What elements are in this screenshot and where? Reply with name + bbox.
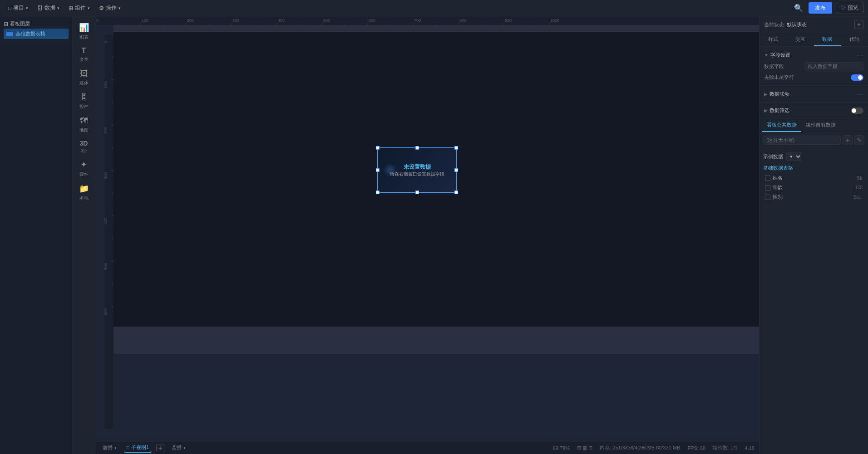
project-label: 项目 <box>13 4 24 12</box>
sidebar-item-kit[interactable]: ✦ 套件 <box>74 157 94 180</box>
tab-add-button[interactable]: + <box>156 444 164 452</box>
data-filter-toggle[interactable] <box>851 107 863 114</box>
checkbox-name[interactable] <box>765 176 770 181</box>
preview-label: 预览 <box>848 5 858 11</box>
data-tab-kanban[interactable]: 看板公共数据 <box>762 119 801 132</box>
checkbox-gender[interactable] <box>765 195 770 200</box>
data-source-select[interactable]: ▾ <box>786 152 802 161</box>
publish-button[interactable]: 发布 <box>809 2 832 14</box>
tab-prev[interactable]: 前景 ● <box>100 444 119 452</box>
trim-empty-row: 去除末尾空行 <box>764 72 863 83</box>
field-row-name: 姓名 Str <box>763 173 864 183</box>
data-source-link[interactable]: 基础数据表格 <box>763 165 793 171</box>
trim-empty-label: 去除末尾空行 <box>764 74 794 81</box>
data-linkage-header[interactable]: ▶ 数据联动 ··· <box>764 88 863 99</box>
operate-chevron: ▾ <box>118 6 121 10</box>
text-label: 文本 <box>79 56 89 63</box>
svg-text:1000: 1000 <box>550 18 559 23</box>
svg-text:600: 600 <box>104 308 108 315</box>
handle-tl[interactable] <box>376 146 380 150</box>
add-state-button[interactable]: + <box>854 20 863 29</box>
project-chevron: ▾ <box>26 6 28 10</box>
handle-tr[interactable] <box>454 146 458 150</box>
right-state-bar: 当前状态: 默认状态 + <box>760 16 868 33</box>
component-menu[interactable]: ⊞ 组件 ▾ <box>65 3 94 13</box>
sidebar-item-control[interactable]: 🎛 控件 <box>74 90 94 112</box>
topbar: □ 项目 ▾ 🗄 数据 ▾ ⊞ 组件 ▾ ⚙ 操作 ▾ 🔍 发布 ▷ 预览 <box>0 0 868 16</box>
data-source-link-row: 基础数据表格 <box>763 163 864 173</box>
local-icon: 📁 <box>79 184 89 194</box>
db-icon: 🗄 <box>37 5 43 11</box>
tab-back-label: 背景 <box>172 444 182 451</box>
field-settings-header: ▼ 字段设置 ··· <box>764 49 863 60</box>
field-gender-type: Su... <box>853 195 863 200</box>
tab-back[interactable]: 背景 ● <box>169 444 188 452</box>
handle-tc[interactable] <box>415 146 419 150</box>
svg-text:900: 900 <box>505 18 512 23</box>
trim-empty-toggle[interactable] <box>851 74 863 81</box>
handle-bc[interactable] <box>415 190 419 194</box>
sidebar-item-3d[interactable]: 3D 3D <box>74 137 94 156</box>
data-source-tabs: 看板公共数据 组件自有数据 <box>760 119 868 132</box>
data-linkage-section: ▶ 数据联动 ··· <box>760 86 868 103</box>
sidebar-item-local[interactable]: 📁 本地 <box>74 181 94 204</box>
icon-sidebar: 📊 图表 T 文本 🖼 媒体 🎛 控件 🗺 地图 3D 3D ✦ 套件 📁 <box>73 16 95 454</box>
data-field-input[interactable] <box>804 62 863 70</box>
right-tabs: 样式 交互 数据 代码 <box>760 33 868 47</box>
tab-data[interactable]: 数据 <box>814 33 841 46</box>
version-info: 4.18 <box>745 445 755 451</box>
data-menu[interactable]: 🗄 数据 ▾ <box>34 3 63 13</box>
svg-text:400: 400 <box>104 218 108 225</box>
layers-section: ⊟ 看板图层 基础数据表格 <box>0 16 72 42</box>
handle-bl[interactable] <box>376 190 380 194</box>
canvas-main[interactable]: 未设置数据 请在右侧窗口设置数据字段 <box>113 32 759 327</box>
data-search-input[interactable] <box>763 136 841 145</box>
data-linkage-menu[interactable]: ··· <box>857 90 863 98</box>
data-add-button[interactable]: + <box>843 135 853 145</box>
chart-label: 图表 <box>79 34 89 40</box>
svg-text:400: 400 <box>278 18 285 23</box>
field-age-type: 123 <box>855 185 863 190</box>
tab-child[interactable]: □ 子视图1 <box>124 443 152 453</box>
component-chevron: ▾ <box>88 6 90 10</box>
data-linkage-title: ▶ 数据联动 <box>764 91 789 98</box>
operate-menu[interactable]: ⚙ 操作 ▾ <box>95 3 124 13</box>
sidebar-item-map[interactable]: 🗺 地图 <box>74 113 94 136</box>
local-label: 本地 <box>79 195 89 201</box>
ruler-left: 0 100 200 300 400 500 600 <box>104 34 113 429</box>
tab-style[interactable]: 样式 <box>760 33 787 46</box>
svg-rect-33 <box>104 34 113 429</box>
layer-item-basic[interactable]: 基础数据表格 <box>4 29 69 39</box>
field-name-type: Str <box>857 176 863 181</box>
svg-rect-0 <box>95 16 759 25</box>
handle-ml[interactable] <box>376 168 380 172</box>
map-icon: 🗺 <box>80 116 88 126</box>
sidebar-item-chart[interactable]: 📊 图表 <box>74 20 94 43</box>
data-edit-button[interactable]: ✎ <box>854 135 864 145</box>
data-tab-component[interactable]: 组件自有数据 <box>801 119 840 132</box>
ruler-top-svg: 0 100 200 300 400 500 600 <box>95 16 759 25</box>
tab-interact[interactable]: 交互 <box>787 33 814 46</box>
state-display: 当前状态: 默认状态 <box>764 21 807 28</box>
data-filter-section: ▶ 数据筛选 <box>760 103 868 119</box>
canvas-content[interactable]: 0 100 200 300 400 500 600 <box>104 25 759 441</box>
3d-icon: 3D <box>80 140 88 147</box>
layer-icon-grid <box>6 32 13 36</box>
tab-back-dot: ● <box>183 446 186 450</box>
sidebar-item-text[interactable]: T 文本 <box>74 44 94 65</box>
preview-button[interactable]: ▷ 预览 <box>836 2 863 14</box>
tab-code[interactable]: 代码 <box>841 33 868 46</box>
left-panel: ⊟ 看板图层 基础数据表格 <box>0 16 73 454</box>
checkbox-age[interactable] <box>765 185 770 190</box>
component-icon: ⊞ <box>69 5 73 11</box>
field-settings-menu[interactable]: ··· <box>857 51 863 59</box>
canvas-area[interactable]: 0 100 200 300 400 500 600 <box>95 16 759 454</box>
project-menu[interactable]: □ 项目 ▾ <box>5 3 32 13</box>
sidebar-item-media[interactable]: 🖼 媒体 <box>74 66 94 89</box>
canvas-widget[interactable]: 未设置数据 请在右侧窗口设置数据字段 <box>377 147 457 193</box>
data-filter-header[interactable]: ▶ 数据筛选 <box>764 105 863 116</box>
handle-mr[interactable] <box>454 168 458 172</box>
search-button[interactable]: 🔍 <box>792 2 805 14</box>
handle-br[interactable] <box>454 190 458 194</box>
ruler-top: 0 100 200 300 400 500 600 <box>95 16 759 25</box>
